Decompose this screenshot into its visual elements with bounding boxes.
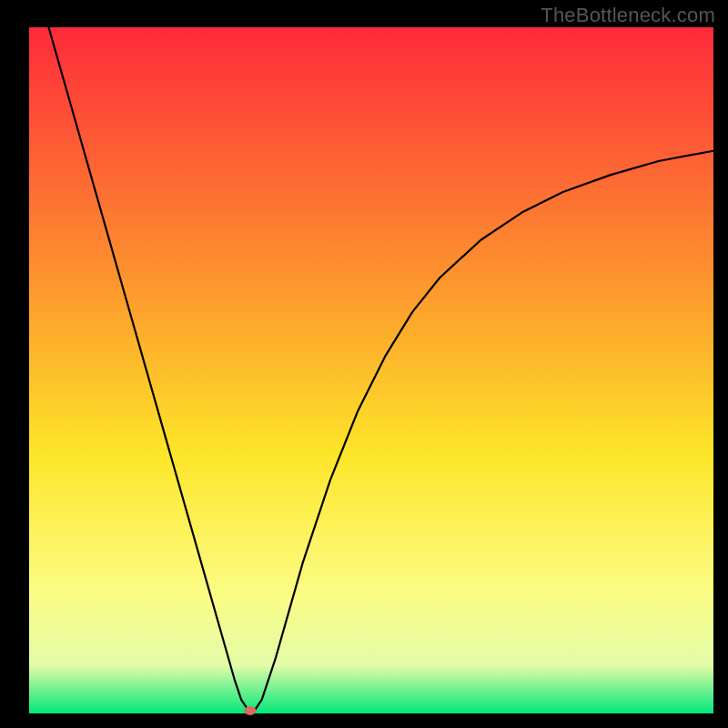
chart-frame: { "watermark": "TheBottleneck.com", "col…: [0, 0, 728, 728]
watermark-text: TheBottleneck.com: [541, 4, 715, 27]
optimal-point-marker: [244, 706, 256, 715]
chart-svg: [0, 0, 728, 728]
plot-background: [29, 27, 713, 713]
